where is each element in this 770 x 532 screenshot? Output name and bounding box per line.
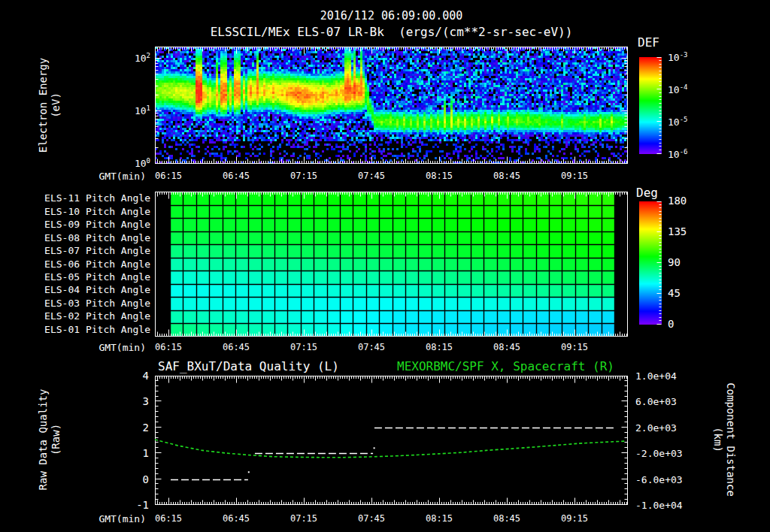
pitch-row-label: ELS-07 Pitch Angle xyxy=(30,245,150,256)
distance-y-tick-label: -6.0e+03 xyxy=(635,474,683,485)
x-tick-label: 08:15 xyxy=(417,513,462,524)
pitch-row-label: ELS-01 Pitch Angle xyxy=(30,324,150,335)
distance-y-tick-label: 1.0e+04 xyxy=(635,370,677,382)
x-tick-label: 06:15 xyxy=(146,342,191,352)
def-colorbar-tick-label: 10-5 xyxy=(668,116,688,128)
x-tick-label: 06:15 xyxy=(146,171,191,181)
distance-y-tick-label: 6.0e+03 xyxy=(635,396,677,407)
pitch-row-label: ELS-11 Pitch Angle xyxy=(30,192,150,204)
gmt-axis-label: GMT(min) xyxy=(80,513,146,524)
pitch-row-label: ELS-03 Pitch Angle xyxy=(30,298,150,309)
plot-page: 2016/112 06:09:00.000 ELSSCIL/MEx ELS-07… xyxy=(0,0,770,532)
pitch-row-label: ELS-08 Pitch Angle xyxy=(30,232,150,243)
x-tick-label: 07:45 xyxy=(349,171,394,181)
x-tick-label: 08:15 xyxy=(417,342,462,352)
x-tick-label: 09:15 xyxy=(552,342,597,352)
pitch-row-label: ELS-10 Pitch Angle xyxy=(30,206,150,217)
distance-y-tick-label: -2.0e+03 xyxy=(635,448,683,459)
energy-y-tick-label: 101 xyxy=(116,104,150,116)
x-tick-label: 08:45 xyxy=(484,171,529,181)
spectrogram-title: ELSSCIL/MEx ELS-07 LR-Bk (ergs/(cm**2-sr… xyxy=(147,25,635,39)
x-tick-label: 07:45 xyxy=(349,342,394,352)
quality-y-tick-label: 4 xyxy=(119,370,149,382)
energy-spectrogram-canvas xyxy=(155,47,628,164)
deg-colorbar-tick-label: 90 xyxy=(668,256,681,268)
raw-quality-axis-label: Raw Data Quality (Raw) xyxy=(37,349,62,530)
gmt-axis-label: GMT(min) xyxy=(80,342,146,353)
quality-y-tick-label: 2 xyxy=(119,422,149,434)
quality-y-tick-label: 0 xyxy=(119,473,149,485)
x-tick-label: 08:45 xyxy=(484,342,529,352)
timestamp: 2016/112 06:09:00.000 xyxy=(155,9,628,23)
pitch-angle-canvas xyxy=(155,192,628,337)
quality-y-tick-label: -1 xyxy=(119,499,149,511)
pitch-row-label: ELS-05 Pitch Angle xyxy=(30,271,150,283)
x-tick-label: 07:15 xyxy=(281,513,326,524)
def-colorbar-tick-label: 10-4 xyxy=(668,83,688,95)
x-tick-label: 07:15 xyxy=(281,171,326,181)
x-tick-label: 08:45 xyxy=(484,513,529,524)
def-colorbar xyxy=(639,57,662,154)
pitch-row-label: ELS-06 Pitch Angle xyxy=(30,258,150,270)
x-tick-label: 07:45 xyxy=(349,513,394,524)
deg-colorbar-tick-label: 180 xyxy=(668,195,687,207)
deg-colorbar xyxy=(639,201,662,325)
energy-axis-label: Electron Energy (eV) xyxy=(37,15,62,195)
def-colorbar-tick-label: 10-3 xyxy=(668,51,688,63)
energy-y-tick-label: 100 xyxy=(116,157,150,169)
x-tick-label: 09:15 xyxy=(552,171,597,181)
quality-y-tick-label: 1 xyxy=(119,447,149,459)
pitch-row-label: ELS-02 Pitch Angle xyxy=(30,310,150,322)
spacecraft-title: MEXORBMC/SPF X, Spacecraft (R) xyxy=(397,359,614,373)
quality-y-tick-label: 3 xyxy=(119,395,149,407)
pitch-row-label: ELS-09 Pitch Angle xyxy=(30,219,150,230)
x-tick-label: 08:15 xyxy=(417,171,462,181)
distance-y-tick-label: -1.0e+04 xyxy=(635,500,683,511)
distance-y-tick-label: 2.0e+03 xyxy=(635,422,677,434)
x-tick-label: 06:15 xyxy=(146,513,191,524)
gmt-axis-label: GMT(min) xyxy=(80,171,146,182)
x-tick-label: 06:45 xyxy=(214,342,259,352)
deg-colorbar-title: Deg xyxy=(636,186,658,200)
x-tick-label: 09:15 xyxy=(552,513,597,524)
quality-plot-canvas xyxy=(155,376,628,505)
component-distance-axis-label: Component Distance (km) xyxy=(711,349,737,530)
def-colorbar-title: DEF xyxy=(638,35,659,50)
quality-title: SAF_BXuT/Data Quality (L) xyxy=(158,359,339,373)
deg-colorbar-tick-label: 45 xyxy=(668,287,681,299)
pitch-row-label: ELS-04 Pitch Angle xyxy=(30,284,150,295)
def-colorbar-tick-label: 10-6 xyxy=(668,148,688,160)
deg-colorbar-tick-label: 135 xyxy=(668,225,687,237)
x-tick-label: 07:15 xyxy=(281,342,326,352)
deg-colorbar-tick-label: 0 xyxy=(668,318,674,330)
energy-y-tick-label: 102 xyxy=(116,52,150,64)
x-tick-label: 06:45 xyxy=(214,513,259,524)
x-tick-label: 06:45 xyxy=(214,171,259,181)
